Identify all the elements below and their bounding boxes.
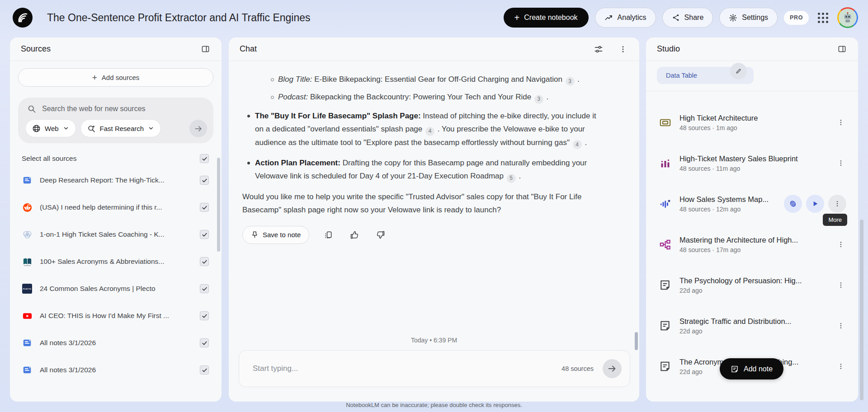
citation-chip[interactable]: 5 [507,174,516,183]
source-checkbox[interactable] [200,365,209,375]
book-icon [22,256,33,267]
flashcards-icon [659,116,671,129]
edit-chip-button[interactable] [730,63,747,80]
select-all-label: Select all sources [22,154,76,163]
item-more-menu-icon[interactable] [835,322,846,329]
studio-item-title: Strategic Traffic and Distribution... [679,317,827,326]
item-more-menu-icon[interactable] [835,241,846,248]
plecto-favicon: PLECTO [22,283,33,294]
report-icon [659,360,671,373]
notebook-doc-icon [22,365,33,375]
source-row[interactable]: 100+ Sales Acronyms & Abbreviations... [10,248,222,275]
web-search-input[interactable] [42,105,191,113]
chevron-down-icon [148,125,154,131]
research-mode-dropdown[interactable]: Fast Research [80,119,161,137]
citation-chip[interactable]: 3 [566,77,575,86]
source-checkbox[interactable] [200,284,209,293]
select-all-checkbox[interactable] [200,154,209,163]
copy-response-icon[interactable] [321,228,335,242]
studio-item-title: How Sales Systems Map... [679,195,776,204]
source-checkbox[interactable] [200,338,209,347]
item-more-menu-icon[interactable] [835,159,846,167]
send-message-button[interactable] [603,359,622,378]
source-row[interactable]: All notes 3/1/2026 [10,329,222,356]
item-more-menu-icon[interactable] [835,363,846,370]
studio-item-meta: 22d ago [679,328,827,335]
source-checkbox[interactable] [200,311,209,320]
audio-overview-icon [659,197,671,210]
notebook-doc-icon [22,337,33,348]
sources-panel-title: Sources [21,44,51,54]
settings-button[interactable]: Settings [719,8,778,28]
studio-item-row[interactable]: High-Ticket Mastery Sales Blueprint 48 s… [646,143,858,183]
share-button[interactable]: Share [662,8,713,28]
citation-chip[interactable]: 4 [573,140,582,149]
chat-text-input[interactable] [253,364,561,373]
search-icon [27,104,36,113]
add-note-button[interactable]: Add note [720,358,783,379]
page-scrollbar[interactable] [860,220,863,400]
thumbs-down-icon[interactable] [373,228,388,242]
chat-bullet-list: The "Buy It For Life Basecamp" Splash Pa… [242,109,604,183]
source-row[interactable]: (USA) I need help determining if this r.… [10,194,222,221]
studio-item-meta: 22d ago [679,287,827,294]
studio-item-title: The Psychology of Persuasion: Hig... [679,276,827,285]
youtube-icon [22,310,33,321]
web-favicon-circles [22,229,33,240]
studio-item-row[interactable]: High Ticket Architecture 48 sources · 1m… [646,102,858,143]
audio-actions [784,195,846,213]
studio-item-title: High-Ticket Mastery Sales Blueprint [679,154,827,163]
studio-item-row[interactable]: The Psychology of Persuasion: Hig... 22d… [646,265,858,305]
thumbs-up-icon[interactable] [347,228,362,242]
source-row[interactable]: AI CEO: THIS is How I'd Make My First ..… [10,302,222,329]
analytics-button[interactable]: Analytics [595,8,656,28]
google-apps-grid-icon[interactable] [815,10,831,26]
gear-icon [729,14,737,22]
notebooklm-logo-icon[interactable] [13,8,33,28]
account-avatar[interactable] [837,7,858,28]
item-more-menu-icon[interactable] [835,119,846,126]
chat-scrollbar[interactable] [635,332,638,350]
source-checkbox[interactable] [200,176,209,185]
chat-more-menu-icon[interactable] [616,42,630,56]
chat-timestamp: Today • 6:39 PM [229,337,639,344]
create-notebook-button[interactable]: + Create notebook [504,8,589,28]
studio-item-row[interactable]: Mastering the Architecture of High... 48… [646,224,858,265]
sources-scrollbar[interactable] [217,158,220,252]
disclaimer-text: NotebookLM can be inaccurate; please dou… [0,402,868,408]
collapse-studio-panel-icon[interactable] [835,42,849,56]
save-to-note-button[interactable]: Save to note [242,226,309,244]
sources-panel: Sources + Add sources Web [10,37,222,402]
source-checkbox[interactable] [200,230,209,239]
citation-chip[interactable]: 4 [425,127,434,136]
add-sources-button[interactable]: + Add sources [18,68,213,87]
studio-panel-header: Studio [646,37,858,61]
item-more-menu-icon[interactable] [835,281,846,289]
submit-search-button[interactable] [189,120,207,137]
studio-item-row[interactable]: Strategic Traffic and Distribution... 22… [646,305,858,346]
source-row[interactable]: 1-on-1 High Ticket Sales Coaching - K... [10,221,222,248]
chat-settings-tune-icon[interactable] [591,42,606,56]
interactive-mode-button[interactable] [784,195,802,213]
chat-message-area[interactable]: Blog Title: E-Bike Bikepacking: Essentia… [229,61,639,326]
more-tooltip: More [823,214,847,226]
studio-output-chips: Data Table [657,66,858,84]
play-audio-button[interactable] [806,195,824,213]
studio-item-meta: 48 sources · 12m ago [679,206,776,213]
chat-panel-title: Chat [240,44,257,54]
notebook-title[interactable]: The One-Sentence Profit Extractor and AI… [47,12,504,24]
web-filter-dropdown[interactable]: Web [25,119,76,137]
source-checkbox[interactable] [200,257,209,266]
chevron-down-icon [63,125,69,131]
source-row[interactable]: Deep Research Report: The High-Tick... [10,167,222,194]
chat-input-box: 48 sources [239,350,630,387]
source-row[interactable]: All notes 3/1/2026 [10,356,222,384]
collapse-sources-panel-icon[interactable] [198,42,212,56]
citation-chip[interactable]: 3 [534,95,543,104]
source-row[interactable]: PLECTO 24 Common Sales Acronyms | Plecto [10,275,222,302]
audio-more-menu-icon[interactable] [828,195,846,213]
studio-item-row[interactable]: The Content Creation Engine: Wee... [646,387,858,402]
studio-item-meta: 48 sources · 1m ago [679,124,827,131]
source-checkbox[interactable] [200,203,209,212]
chat-closing-paragraph: Would you like me to help you write the … [242,190,604,217]
